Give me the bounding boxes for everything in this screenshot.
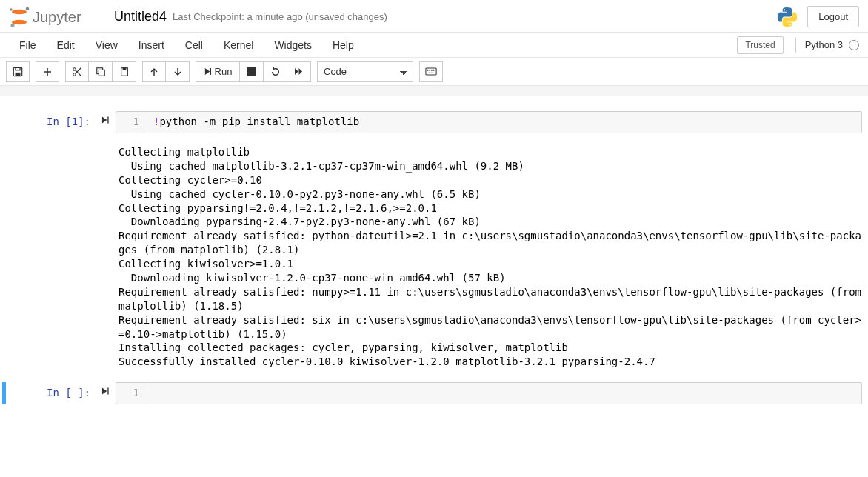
svg-rect-16 [426, 68, 436, 75]
svg-point-3 [26, 7, 30, 10]
scissors-icon [72, 67, 82, 77]
move-up-button[interactable] [142, 61, 166, 82]
cut-button[interactable] [65, 61, 89, 82]
svg-rect-14 [210, 68, 210, 75]
toolbar: Run Code [0, 58, 868, 86]
paste-icon [119, 67, 130, 77]
restart-icon [270, 67, 281, 77]
menubar: File Edit View Insert Cell Kernel Widget… [0, 33, 868, 58]
copy-button[interactable] [89, 61, 113, 82]
keyboard-icon [425, 67, 437, 76]
interrupt-button[interactable] [240, 61, 264, 82]
code-cell[interactable]: In [ ]: 1 [2, 382, 862, 404]
svg-rect-6 [16, 67, 20, 70]
run-cell-icon[interactable] [101, 387, 110, 398]
line-number: 1 [116, 383, 147, 404]
svg-point-2 [10, 8, 12, 10]
menu-view[interactable]: View [85, 35, 128, 56]
add-cell-button[interactable] [36, 61, 59, 82]
menu-widgets[interactable]: Widgets [264, 35, 322, 56]
svg-point-17 [427, 70, 428, 70]
jupyter-logo[interactable]: Jupyter [9, 6, 104, 28]
code-text[interactable] [147, 383, 159, 404]
svg-rect-13 [123, 67, 126, 69]
run-label: Run [215, 66, 233, 77]
run-button[interactable]: Run [196, 61, 240, 82]
menu-cell[interactable]: Cell [175, 35, 213, 56]
cell-type-select[interactable]: Code [317, 61, 413, 82]
svg-point-9 [73, 67, 76, 70]
jupyter-wordmark: Jupyter [33, 9, 81, 25]
command-palette-button[interactable] [419, 61, 443, 82]
svg-point-19 [431, 70, 432, 70]
checkpoint-text: Last Checkpoint: a minute ago (unsaved c… [173, 11, 387, 22]
notebook-title[interactable]: Untitled4 [114, 9, 167, 24]
save-icon [13, 67, 23, 77]
python-logo-icon [776, 6, 798, 28]
kernel-name[interactable]: Python 3 [805, 39, 843, 50]
trusted-indicator[interactable]: Trusted [737, 36, 783, 54]
svg-rect-23 [107, 388, 108, 395]
header: Jupyter Untitled4 Last Checkpoint: a min… [0, 0, 868, 33]
svg-point-1 [12, 19, 27, 24]
restart-run-all-button[interactable] [287, 61, 311, 82]
svg-rect-7 [16, 72, 21, 75]
input-prompt: In [ ]: [47, 387, 90, 404]
stop-icon [247, 67, 256, 76]
input-prompt: In [1]: [47, 116, 90, 133]
cell-output: Collecting matplotlib Using cached matpl… [116, 138, 862, 369]
code-cell[interactable]: In [1]: 1 !python -m pip install matplot… [6, 111, 862, 133]
arrow-up-icon [150, 67, 158, 76]
svg-point-4 [10, 23, 14, 27]
run-cell-icon[interactable] [101, 116, 110, 127]
menu-edit[interactable]: Edit [47, 35, 85, 56]
run-icon [204, 67, 212, 76]
restart-button[interactable] [264, 61, 287, 82]
svg-point-0 [12, 9, 27, 13]
menu-insert[interactable]: Insert [128, 35, 175, 56]
save-button[interactable] [6, 61, 30, 82]
line-number: 1 [116, 112, 147, 133]
svg-rect-22 [107, 116, 108, 123]
copy-icon [96, 67, 106, 77]
code-input[interactable]: 1 !python -m pip install matplotlib [116, 111, 862, 133]
menu-kernel[interactable]: Kernel [213, 35, 264, 56]
fast-forward-icon [294, 67, 304, 76]
code-text[interactable]: !python -m pip install matplotlib [147, 112, 365, 133]
svg-point-18 [430, 70, 430, 70]
divider-strip [0, 86, 868, 96]
menu-file[interactable]: File [9, 35, 47, 56]
move-down-button[interactable] [166, 61, 190, 82]
svg-point-20 [433, 70, 434, 70]
svg-rect-15 [247, 67, 256, 76]
arrow-down-icon [173, 67, 182, 76]
plus-icon [43, 67, 52, 76]
svg-rect-21 [428, 73, 433, 73]
kernel-idle-icon [849, 40, 859, 50]
code-input[interactable]: 1 [116, 382, 862, 404]
svg-point-8 [73, 73, 76, 76]
logout-button[interactable]: Logout [807, 6, 859, 27]
menu-help[interactable]: Help [322, 35, 364, 56]
svg-rect-11 [99, 70, 104, 76]
notebook-area: In [1]: 1 !python -m pip install matplot… [0, 96, 868, 431]
paste-button[interactable] [113, 61, 136, 82]
